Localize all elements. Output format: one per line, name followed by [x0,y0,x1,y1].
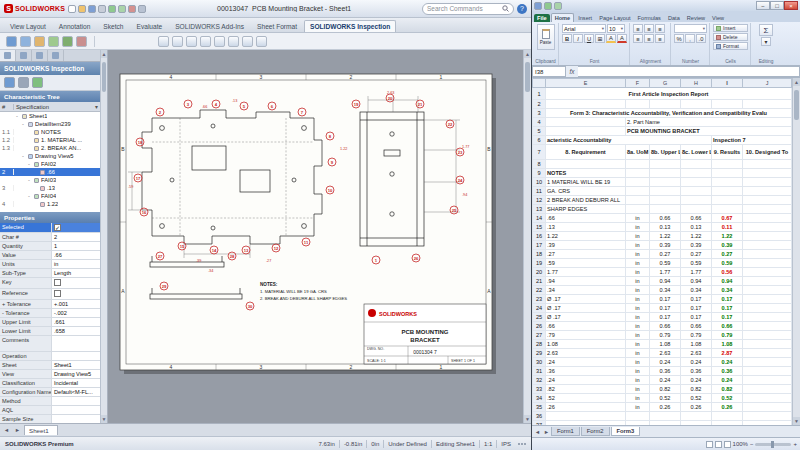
update-drawing-icon[interactable] [34,36,45,47]
insert-function-icon[interactable]: fx [566,66,578,77]
autosum-button[interactable]: Σ [759,24,773,36]
cell-designed-to[interactable] [743,376,792,385]
add-characteristic-icon[interactable] [48,36,59,47]
view-orientation-icon[interactable] [214,36,225,47]
search-commands-input[interactable]: Search Commands [422,3,514,15]
cell-result[interactable]: 0.66 [712,322,743,331]
cell-lower-limit[interactable]: 0.36 [681,367,712,376]
tab-annotation[interactable]: Annotation [53,20,97,32]
row-header-33[interactable]: 33 [533,385,546,394]
cell[interactable] [712,169,743,178]
sheet-tab-form2[interactable]: Form2 [581,427,610,436]
property-value-upper-limit[interactable]: .661 [52,318,100,326]
font-name-select[interactable]: Arial▾ [562,24,606,33]
cell-uom[interactable]: in [626,349,650,358]
cell-upper-limit[interactable]: 0.24 [650,358,681,367]
row-header-1[interactable]: 1 [533,88,546,100]
tab-solidworks-inspection[interactable]: SOLIDWORKS Inspection [304,20,396,32]
cell-result[interactable]: 1.22 [712,232,743,241]
property-value-value[interactable]: .66 [52,251,100,259]
cell-upper-limit[interactable]: 1.08 [650,340,681,349]
cell-requirement[interactable]: .13 [546,223,626,232]
scroll-down-icon[interactable]: ▼ [524,415,531,423]
paste-button[interactable]: Paste [537,24,555,50]
cell-upper-limit[interactable]: 1.77 [650,268,681,277]
align-bottom-icon[interactable]: ≡ [655,24,665,33]
cell-upper-limit[interactable]: 0.27 [650,250,681,259]
property-value-tolerance[interactable]: +.001 [52,300,100,308]
tab-view-layout[interactable]: View Layout [4,20,52,32]
row-header-32[interactable]: 32 [533,376,546,385]
cell-requirement[interactable]: .66 [546,322,626,331]
previous-view-icon[interactable] [186,36,197,47]
cell-requirement[interactable]: Ø .17 [546,304,626,313]
cell-designed-to[interactable] [743,214,792,223]
select-all-corner[interactable] [533,79,546,88]
cell-upper-limit[interactable]: 0.24 [650,376,681,385]
scroll-thumb[interactable] [102,62,106,92]
number-format-select[interactable]: ▾ [674,24,707,33]
cell-designed-to[interactable] [743,295,792,304]
table-header-cell[interactable]: 10. Designed To [743,145,792,160]
ribbon-tab-home[interactable]: Home [551,13,575,22]
cell-designed-to[interactable] [743,313,792,322]
cell-upper-limit[interactable]: 0.66 [650,322,681,331]
font-size-select[interactable]: 10▾ [607,24,625,33]
cell-uom[interactable]: in [626,268,650,277]
cell-designed-to[interactable] [743,349,792,358]
cell-result[interactable]: 0.17 [712,313,743,322]
cell-result[interactable]: 0.82 [712,385,743,394]
cell[interactable] [712,178,743,187]
sheet-tab-sheet1[interactable]: Sheet1 [24,425,58,435]
sheet-tab-form3[interactable]: Form3 [611,427,641,436]
tab-sheet-format[interactable]: Sheet Format [251,20,303,32]
cell[interactable] [743,205,792,214]
row-header-5[interactable]: 5 [533,127,546,136]
cell-result[interactable]: 0.79 [712,331,743,340]
scroll-thumb[interactable] [525,62,530,92]
cell[interactable] [626,169,650,178]
cell[interactable] [546,100,626,109]
scroll-up-icon[interactable]: ▲ [524,50,531,58]
cell-lower-limit[interactable]: 1.08 [681,340,712,349]
property-value-view[interactable]: Drawing View5 [52,370,100,378]
cell-uom[interactable]: in [626,277,650,286]
property-value-classification[interactable]: Incidental [52,379,100,387]
scroll-thumb[interactable] [794,90,799,120]
cell[interactable] [681,169,712,178]
property-value-method[interactable] [52,397,100,405]
cell-result[interactable]: 0.36 [712,367,743,376]
tree-item-66[interactable]: 2.66 [0,168,100,176]
view-settings-icon[interactable] [256,36,267,47]
cell-uom[interactable]: in [626,304,650,313]
tree-item-13[interactable]: 3.13 [0,184,100,192]
cell[interactable] [712,412,743,421]
cell[interactable] [743,187,792,196]
row-header-26[interactable]: 26 [533,322,546,331]
cell-upper-limit[interactable]: 0.39 [650,241,681,250]
property-value-lower-limit[interactable]: .658 [52,327,100,335]
cell-result[interactable]: 0.52 [712,394,743,403]
property-value-comments[interactable] [52,336,100,351]
cell[interactable] [650,205,681,214]
cell-requirement[interactable]: .94 [546,277,626,286]
scroll-up-icon[interactable]: ▲ [793,78,800,86]
cell-designed-to[interactable] [743,250,792,259]
cell-upper-limit[interactable]: 0.26 [650,403,681,412]
underline-button[interactable]: U [584,34,594,43]
close-button[interactable]: × [784,1,798,10]
column-header-E[interactable]: E [546,79,626,88]
sheet-nav-left-icon[interactable]: ◄ [2,427,11,433]
rebuild-icon[interactable] [128,5,136,13]
cell-lower-limit[interactable]: 0.26 [681,403,712,412]
part-name-label-cell[interactable]: 2. Part Name [626,118,792,127]
cell[interactable] [681,412,712,421]
cell-upper-limit[interactable]: 0.52 [650,394,681,403]
cell-requirement[interactable]: .34 [546,286,626,295]
cell-lower-limit[interactable]: 2.63 [681,349,712,358]
cell-upper-limit[interactable]: 0.17 [650,304,681,313]
row-header-18[interactable]: 18 [533,250,546,259]
row-header-7[interactable]: 7 [533,145,546,160]
cell[interactable] [681,160,712,169]
undo-icon[interactable] [544,2,552,10]
